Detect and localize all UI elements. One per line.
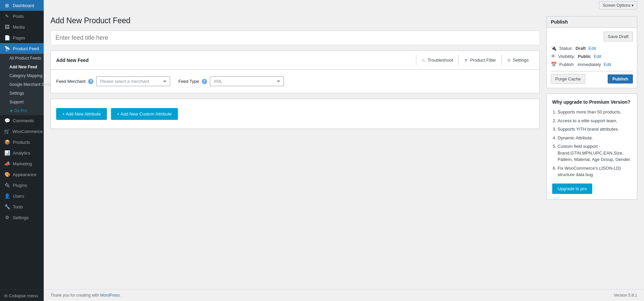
premium-list-item: Supports YITH brand attributes. <box>558 126 632 133</box>
sidebar-right: Publish Save Draft 🔌 Status: Draft Edit <box>546 16 637 200</box>
sidebar-item-posts[interactable]: ✎ Posts <box>0 11 44 22</box>
category-mapping-label: Category Mapping <box>9 73 42 78</box>
footer: Thank you for creating with WordPress. V… <box>44 289 644 301</box>
sidebar-item-comments[interactable]: 💬 Comments <box>0 115 44 126</box>
premium-list: Supports more than 50 products. Access t… <box>552 109 632 178</box>
feed-merchant-select[interactable]: Please select a merchant <box>96 76 170 86</box>
add-new-custom-attribute-button[interactable]: + Add New Custom Attribute <box>111 108 178 120</box>
sidebar-item-label: WooCommerce <box>12 129 43 134</box>
sidebar-item-products[interactable]: 📦 Products <box>0 137 44 147</box>
footer-text: Thank you for creating with WordPress. <box>50 293 121 298</box>
publish-timing-icon: 📅 <box>551 62 557 67</box>
settings-icon: ⚙ <box>4 215 10 220</box>
publish-actions: Purge Cache Publish <box>551 71 633 84</box>
collapse-menu-button[interactable]: ⊖ Collapse menu <box>0 290 44 301</box>
publish-meta: 🔌 Status: Draft Edit 👁 Visibility: Publi… <box>551 45 633 67</box>
wordpress-link[interactable]: WordPress <box>100 293 120 298</box>
sidebar-item-settings[interactable]: ⚙ Settings <box>0 212 44 223</box>
add-new-feed-label: Add New Feed <box>9 65 37 69</box>
troubleshoot-label: Troubleshoot <box>427 58 453 63</box>
sidebar-item-dashboard[interactable]: ⊞ Dashboard <box>0 0 44 11</box>
troubleshoot-button[interactable]: ⚠ Troubleshoot <box>416 55 458 65</box>
status-label: Status: <box>559 46 573 51</box>
feed-panel-header: Add New Feed ⚠ Troubleshoot ▼ Product Fi… <box>51 51 539 70</box>
sidebar: ⊞ Dashboard ✎ Posts 🖼 Media 📄 Pages 📡 Pr… <box>0 0 44 301</box>
publish-button[interactable]: Publish <box>608 74 633 83</box>
feed-type-label: Feed Type <box>178 79 199 84</box>
publish-box: Publish Save Draft 🔌 Status: Draft Edit <box>546 16 637 88</box>
sidebar-item-pages[interactable]: 📄 Pages <box>0 32 44 43</box>
troubleshoot-icon: ⚠ <box>422 58 425 63</box>
settings-panel-label: Settings <box>513 58 529 63</box>
premium-list-item: Supports more than 50 products. <box>558 109 632 115</box>
version-text: Version 5.8.1 <box>614 293 637 298</box>
sidebar-item-settings-sub[interactable]: Settings <box>0 89 44 98</box>
sidebar-item-plugins[interactable]: 🔌 Plugins <box>0 180 44 191</box>
feed-type-field: Feed Type ? XML CSV TSV JSON <box>178 76 283 86</box>
add-new-attribute-button[interactable]: + Add New Attribute <box>56 108 107 120</box>
visibility-edit-link[interactable]: Edit <box>594 54 601 59</box>
save-draft-button[interactable]: Save Draft <box>604 32 633 41</box>
sidebar-item-support[interactable]: Support <box>0 98 44 106</box>
feed-merchant-label: Feed Merchant <box>56 79 85 84</box>
topbar: Screen Options ▾ <box>44 0 644 11</box>
sidebar-item-category-mapping[interactable]: Category Mapping <box>0 71 44 80</box>
sidebar-item-add-new-feed[interactable]: Add New Feed <box>0 63 44 71</box>
product-filter-label: Product Filter <box>470 58 496 63</box>
sidebar-item-product-feed[interactable]: 📡 Product Feed <box>0 43 44 54</box>
plugins-icon: 🔌 <box>4 182 10 188</box>
media-icon: 🖼 <box>4 24 10 30</box>
sidebar-item-analytics[interactable]: 📊 Analytics <box>0 147 44 158</box>
feed-merchant-help-icon[interactable]: ? <box>88 79 93 84</box>
status-icon: 🔌 <box>551 45 557 51</box>
feed-type-help-icon[interactable]: ? <box>202 79 207 84</box>
woocommerce-icon: 🛒 <box>4 129 10 134</box>
sidebar-item-label: Settings <box>13 215 29 220</box>
feed-title-input[interactable] <box>50 31 540 45</box>
publish-timing-meta-item: 📅 Publish immediately Edit <box>551 62 633 67</box>
settings-panel-button[interactable]: ⚙ Settings <box>501 55 534 65</box>
sidebar-item-media[interactable]: 🖼 Media <box>0 22 44 32</box>
content-wrap: Add New Product Feed Add New Feed ⚠ Trou… <box>44 11 644 289</box>
status-value: Draft <box>575 46 585 51</box>
status-edit-link[interactable]: Edit <box>589 46 596 51</box>
visibility-value: Public <box>578 54 591 59</box>
users-icon: 👤 <box>4 193 10 199</box>
add-new-attribute-label: + Add New Attribute <box>62 111 101 116</box>
sidebar-item-woocommerce[interactable]: 🛒 WooCommerce <box>0 126 44 137</box>
support-label: Support <box>9 100 24 104</box>
sidebar-item-users[interactable]: 👤 Users <box>0 191 44 201</box>
feed-panel-body: Feed Merchant ? Please select a merchant… <box>51 70 539 93</box>
sidebar-item-tools[interactable]: 🔧 Tools <box>0 201 44 212</box>
comments-icon: 💬 <box>4 118 10 123</box>
posts-icon: ✎ <box>4 13 10 19</box>
status-meta-item: 🔌 Status: Draft Edit <box>551 45 633 51</box>
publish-timing: immediately <box>578 62 601 67</box>
publish-timing-edit-link[interactable]: Edit <box>604 62 611 67</box>
premium-title: Why upgrade to Premium Version? <box>552 99 632 105</box>
feed-row: Feed Merchant ? Please select a merchant… <box>56 76 534 86</box>
sidebar-item-label: Dashboard <box>13 3 34 8</box>
visibility-meta-item: 👁 Visibility: Public Edit <box>551 54 633 59</box>
sidebar-item-google-merchant[interactable]: Google Merchant Settings <box>0 80 44 89</box>
product-filter-button[interactable]: ▼ Product Filter <box>458 55 501 65</box>
purge-cache-button[interactable]: Purge Cache <box>551 74 585 84</box>
upgrade-to-pro-button[interactable]: Upgrade to pro <box>552 183 592 194</box>
publish-label: Publish <box>559 62 574 67</box>
screen-options-button[interactable]: Screen Options ▾ <box>599 1 637 9</box>
collapse-menu-label: ⊖ Collapse menu <box>4 293 38 298</box>
sidebar-item-marketing[interactable]: 📣 Marketing <box>0 158 44 169</box>
sidebar-item-label: Appearance <box>13 172 36 177</box>
product-feed-submenu: All Product Feeds Add New Feed Category … <box>0 54 44 115</box>
attributes-section: + Add New Attribute + Add New Custom Att… <box>50 99 540 129</box>
feed-type-select[interactable]: XML CSV TSV JSON <box>210 76 284 86</box>
sidebar-item-go-pro[interactable]: ★ Go Pro <box>0 106 44 115</box>
sidebar-item-all-feeds[interactable]: All Product Feeds <box>0 54 44 63</box>
add-new-custom-attribute-label: + Add New Custom Attribute <box>117 111 172 116</box>
sidebar-item-label: Media <box>13 25 25 30</box>
analytics-icon: 📊 <box>4 150 10 156</box>
publish-box-body: Save Draft 🔌 Status: Draft Edit 👁 Visibi… <box>547 28 637 88</box>
sidebar-item-label: Pages <box>13 35 25 40</box>
sidebar-item-appearance[interactable]: 🎨 Appearance <box>0 169 44 180</box>
settings-panel-icon: ⚙ <box>507 58 511 63</box>
